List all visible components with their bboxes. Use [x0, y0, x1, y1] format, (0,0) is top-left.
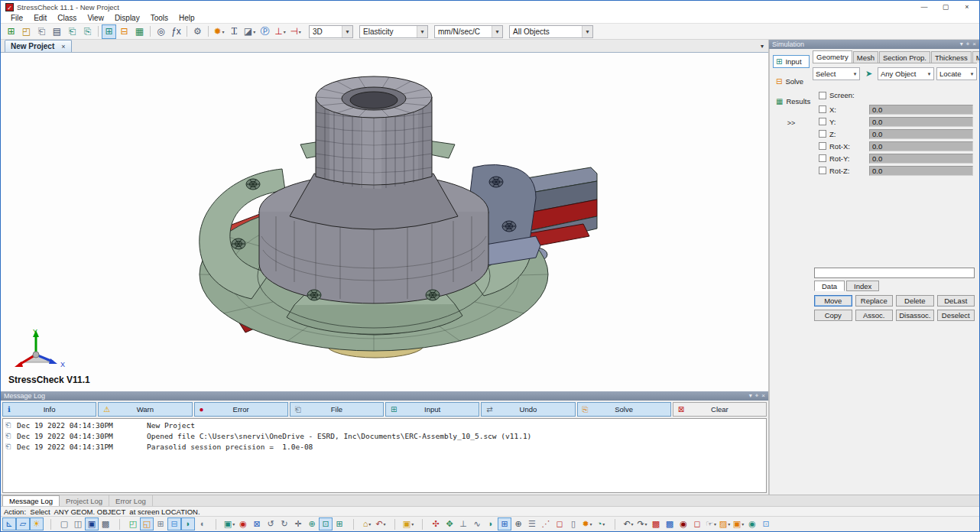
- pick-tool-icon[interactable]: ☞: [704, 517, 718, 530]
- box-select-icon[interactable]: ⊠: [250, 517, 264, 530]
- export-file-icon[interactable]: ⎘: [80, 24, 95, 39]
- undo-button[interactable]: ⇄ Undo: [481, 402, 575, 417]
- frame-view-icon[interactable]: ⊡: [759, 517, 773, 530]
- field-checkbox[interactable]: [819, 105, 826, 113]
- input-nav-button[interactable]: ⊞ Input: [773, 55, 810, 68]
- close-icon[interactable]: ×: [761, 392, 765, 400]
- shaded-edges-view-icon[interactable]: ▩: [99, 517, 112, 530]
- input-panel-icon[interactable]: ⊞: [102, 24, 116, 39]
- beam-section-icon[interactable]: Ɪ: [227, 24, 242, 39]
- replace-button[interactable]: Replace: [855, 295, 894, 307]
- pan-icon[interactable]: ✛: [291, 517, 305, 530]
- field-checkbox[interactable]: [819, 118, 826, 125]
- bottom-toolbar-item[interactable]: [112, 517, 126, 530]
- bottom-toolbar-item[interactable]: [608, 517, 621, 530]
- bottom-toolbar-item[interactable]: [415, 517, 429, 530]
- menu-view[interactable]: View: [82, 14, 109, 22]
- bottom-toolbar-item[interactable]: [44, 517, 57, 530]
- open-project-icon[interactable]: ◰: [19, 24, 34, 39]
- previous-view-icon[interactable]: ↶: [374, 517, 388, 530]
- spin-view-icon[interactable]: ◉: [745, 517, 759, 530]
- error-filter-button[interactable]: ● Error: [194, 402, 288, 417]
- menu-edit[interactable]: Edit: [28, 14, 52, 22]
- menu-tools[interactable]: Tools: [145, 14, 174, 22]
- solve-nav-button[interactable]: ⊟ Solve: [773, 75, 810, 88]
- tab-index[interactable]: Index: [846, 281, 879, 291]
- save-copy-icon[interactable]: ⎗: [65, 24, 80, 39]
- pin-icon[interactable]: ⌖: [755, 392, 759, 400]
- toolbar-item[interactable]: [148, 24, 153, 39]
- constraints-icon[interactable]: ⊥: [273, 24, 287, 39]
- undo-icon[interactable]: ↶: [621, 517, 635, 530]
- mesh-select-icon[interactable]: ▩: [663, 517, 677, 530]
- pick-object-icon[interactable]: ➤: [862, 67, 875, 80]
- objects-select[interactable]: All Objects: [509, 25, 593, 38]
- rotate-ccw-icon[interactable]: ↺: [264, 517, 277, 530]
- material-icon[interactable]: ✹: [212, 24, 226, 39]
- preview-icon[interactable]: ◎: [154, 24, 168, 39]
- record-icon[interactable]: ◉: [677, 517, 690, 530]
- field-value[interactable]: 0.0: [869, 129, 973, 139]
- nav-expand-button[interactable]: >>: [787, 119, 796, 127]
- field-value[interactable]: 0.0: [869, 141, 973, 151]
- hidden-line-view-icon[interactable]: ◫: [71, 517, 85, 530]
- mark-point-icon[interactable]: ◉: [236, 517, 250, 530]
- column-icon[interactable]: ▯: [566, 517, 580, 530]
- surface-tool-icon[interactable]: ◗: [484, 517, 498, 530]
- close-button[interactable]: ×: [956, 2, 978, 12]
- curve-tool-icon[interactable]: ∿: [470, 517, 484, 530]
- bottom-toolbar-item[interactable]: [346, 517, 360, 530]
- view-lock-icon[interactable]: ◔: [594, 517, 608, 530]
- delete-button[interactable]: Delete: [896, 295, 934, 307]
- assoc-button[interactable]: Assoc.: [855, 310, 894, 321]
- grid-display-icon[interactable]: ⊞: [154, 517, 167, 530]
- tab-project-log[interactable]: Project Log: [60, 495, 109, 506]
- tab-mesh[interactable]: Mesh: [853, 51, 878, 63]
- surface-outline-icon[interactable]: ◖: [195, 517, 209, 530]
- highlight-face-icon[interactable]: ◱: [140, 517, 154, 530]
- perspective-toggle-icon[interactable]: ▱: [16, 517, 30, 530]
- loads-icon[interactable]: ⊣: [288, 24, 303, 39]
- object-type-dropdown[interactable]: Any Object: [878, 67, 934, 80]
- results-panel-icon[interactable]: ▦: [132, 24, 147, 39]
- close-icon[interactable]: ×: [972, 41, 976, 48]
- tab-section-prop[interactable]: Section Prop.: [879, 51, 930, 63]
- delast-button[interactable]: DeLast: [937, 295, 975, 307]
- import-file-icon[interactable]: ⎗: [34, 24, 49, 39]
- input-filter-button[interactable]: ⊞ Input: [385, 402, 479, 417]
- clear-button[interactable]: ⊠ Clear: [673, 402, 767, 417]
- circle-tool-icon[interactable]: ⊕: [511, 517, 525, 530]
- tab-material[interactable]: Material: [972, 51, 980, 63]
- tab-geometry[interactable]: Geometry: [813, 50, 852, 63]
- disassoc-button[interactable]: Disassoc.: [896, 310, 934, 321]
- object-input-field[interactable]: [814, 268, 975, 278]
- save-project-icon[interactable]: ▤: [50, 24, 64, 39]
- new-project-icon[interactable]: ⊞: [4, 24, 18, 39]
- tab-error-log[interactable]: Error Log: [109, 495, 153, 506]
- redo-icon[interactable]: ↷: [635, 517, 649, 530]
- discipline-select[interactable]: Elasticity: [359, 25, 428, 38]
- tab-new-project[interactable]: New Project ×: [5, 40, 72, 52]
- object-display-icon[interactable]: ▣: [222, 517, 236, 530]
- surface-shade-icon[interactable]: ◗: [181, 517, 195, 530]
- region-select-icon[interactable]: ◻: [553, 517, 566, 530]
- crop-region-icon[interactable]: ◻: [690, 517, 704, 530]
- units-select[interactable]: mm/N/sec/C: [434, 25, 503, 38]
- edit-attributes-icon[interactable]: ⊟: [117, 24, 131, 39]
- results-nav-button[interactable]: ▦ Results: [773, 95, 810, 108]
- file-filter-button[interactable]: ⎗ File: [290, 402, 384, 417]
- field-checkbox[interactable]: [819, 154, 826, 162]
- menu-file[interactable]: File: [5, 14, 28, 22]
- deselect-button[interactable]: Deselect: [937, 310, 975, 321]
- shaded-view-icon[interactable]: ▣: [85, 517, 99, 530]
- home-view-icon[interactable]: ⌂: [360, 517, 374, 530]
- tab-thickness[interactable]: Thickness: [931, 51, 972, 63]
- light-toggle-icon[interactable]: ☀: [30, 517, 44, 530]
- collapse-icon[interactable]: ▾: [749, 392, 752, 400]
- select-mode-dropdown[interactable]: Select: [813, 67, 860, 80]
- locate-mode-dropdown[interactable]: Locate: [936, 67, 977, 80]
- zoom-window-icon[interactable]: ⊡: [319, 517, 333, 530]
- polyline-icon[interactable]: ⋰: [539, 517, 553, 530]
- points-icon[interactable]: Ⓟ: [258, 24, 272, 39]
- list-view-icon[interactable]: ☰: [525, 517, 539, 530]
